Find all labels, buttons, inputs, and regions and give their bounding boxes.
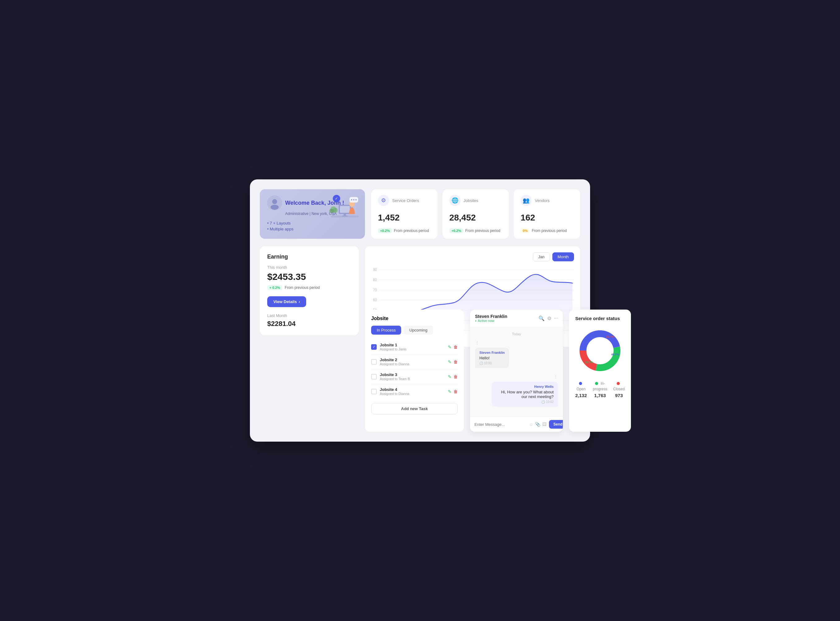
earning-from: From previous period [285, 285, 320, 290]
msg-sender-left: Steven Franklin [479, 351, 505, 354]
bottom-spacer [260, 310, 359, 432]
inprogress-dot [595, 382, 598, 385]
jobsites-icon: 🌐 [450, 195, 460, 206]
stat-cards: ⚙ Service Orders 1,452 +0.2% From previo… [371, 189, 580, 239]
jobsite-item: ✓ Jobsite 1 Assigned to Janis ✎ 🗑 [371, 339, 458, 354]
jobsites-header: 🌐 Jobsites [450, 195, 502, 206]
svg-text:80: 80 [373, 278, 377, 282]
donut-chart: 21.7% 46.7% 31.7% [575, 326, 625, 376]
upcoming-tab[interactable]: Upcoming [404, 326, 433, 335]
jobsite-1-info: Jobsite 1 Assigned to Janis [380, 343, 445, 351]
jan-selector[interactable]: Jan [533, 252, 550, 261]
closed-dot [617, 382, 620, 385]
svg-text:70: 70 [373, 288, 377, 292]
jobsite-2-name: Jobsite 2 [380, 357, 445, 362]
chat-actions: 🔍 ⚙ ··· [539, 315, 558, 321]
search-icon[interactable]: 🔍 [539, 315, 545, 321]
svg-point-15 [353, 199, 354, 200]
edit-icon[interactable]: ✎ [448, 344, 451, 350]
view-details-label: View Details [273, 299, 297, 304]
vendors-value: 162 [521, 213, 574, 223]
jobsite-3-name: Jobsite 3 [380, 373, 445, 377]
jobsites-badge: +0.2% [450, 228, 464, 233]
earning-title: Earning [267, 254, 351, 260]
bullet-apps: Multiple apps [267, 227, 357, 231]
svg-point-1 [272, 199, 277, 204]
chat-user-info: Steven Franklin Active now [475, 314, 507, 323]
jobsites-card: 🌐 Jobsites 28,452 +0.2% From previous pe… [443, 189, 509, 239]
check-icon: ✓ [333, 195, 340, 202]
svg-text:90: 90 [373, 268, 377, 271]
msg-time-left: 🕙 10:00 [479, 362, 505, 365]
donut-legend: Open 2,132 In-progress 1,763 Closed 973 [575, 380, 625, 398]
earning-badge: + 0.2% [267, 285, 282, 290]
month-selector[interactable]: Month [552, 252, 574, 261]
status-title: Service order status [575, 316, 625, 321]
msg-bubble-right: Henry Wells Hi, How are you? What about … [492, 382, 558, 407]
vendors-card: 👥 Vendors 162 0% From previous period [514, 189, 580, 239]
msg-time-right: 🕙 10:02 [496, 400, 554, 404]
delete-icon[interactable]: 🗑 [453, 359, 458, 364]
jobsite-1-name: Jobsite 1 [380, 343, 445, 347]
more-options-icon[interactable]: ⋮ [475, 340, 479, 345]
more-icon[interactable]: ··· [554, 315, 558, 321]
chart-controls: Jan Month [371, 252, 574, 261]
checkbox-1[interactable]: ✓ [371, 344, 377, 350]
jobsite-item: Jobsite 4 Assigned to Dianna ✎ 🗑 [371, 384, 458, 398]
top-section: Welcome Back, John ! Administrative | Ne… [260, 189, 580, 239]
delete-icon[interactable]: 🗑 [453, 389, 458, 394]
svg-point-12 [333, 208, 338, 213]
svg-text:31.7%: 31.7% [585, 360, 593, 364]
chat-card: Steven Franklin Active now 🔍 ⚙ ··· Today… [470, 310, 563, 432]
service-orders-value: 1,452 [378, 213, 431, 223]
emoji-icon[interactable]: ☺ [529, 422, 533, 427]
open-dot [579, 382, 582, 385]
closed-label: Closed [613, 387, 625, 391]
add-task-button[interactable]: Add new Task [371, 403, 458, 414]
chat-date: Today [475, 332, 558, 336]
inprogress-value: 1,763 [592, 393, 608, 398]
delete-icon[interactable]: 🗑 [453, 374, 458, 379]
service-orders-card: ⚙ Service Orders 1,452 +0.2% From previo… [371, 189, 437, 239]
open-value: 2,132 [575, 393, 587, 398]
this-month-value: $2453.35 [267, 271, 351, 282]
this-month-label: This month [267, 265, 351, 270]
checkbox-2[interactable] [371, 359, 377, 365]
jobsites-change: +0.2% From previous period [450, 228, 502, 233]
jobsite-1-assign: Assigned to Janis [380, 347, 445, 351]
checkbox-4[interactable] [371, 389, 377, 394]
avatar [267, 195, 282, 210]
edit-icon[interactable]: ✎ [448, 374, 451, 379]
settings-icon[interactable]: ⚙ [547, 315, 551, 321]
svg-rect-7 [342, 215, 348, 217]
edit-icon[interactable]: ✎ [448, 359, 451, 364]
service-orders-icon: ⚙ [378, 195, 389, 206]
service-orders-badge: +0.2% [378, 228, 392, 233]
more-options-icon[interactable]: ⋮ [554, 374, 558, 379]
chat-input[interactable] [474, 422, 527, 427]
view-details-button[interactable]: View Details › [267, 296, 306, 307]
dashboard: Welcome Back, John ! Administrative | Ne… [250, 179, 590, 442]
service-orders-header: ⚙ Service Orders [378, 195, 431, 206]
svg-point-16 [356, 199, 357, 200]
delete-icon[interactable]: 🗑 [453, 344, 458, 350]
jobsite-list: ✓ Jobsite 1 Assigned to Janis ✎ 🗑 Jobsit… [371, 339, 458, 398]
jobsite-4-assign: Assigned to Dianna [380, 392, 445, 395]
legend-open: Open 2,132 [575, 380, 587, 398]
arrow-right-icon: › [299, 299, 300, 304]
jobsite-item: Jobsite 3 Assigned to Team B ✎ 🗑 [371, 369, 458, 384]
jobsite-2-actions: ✎ 🗑 [448, 359, 458, 364]
chat-input-area: ☺ 📎 🖼 Send › [470, 417, 563, 432]
checkbox-3[interactable] [371, 374, 377, 379]
service-orders-change: +0.2% From previous period [378, 228, 431, 233]
jobsite-item: Jobsite 2 Assigned to Dianna ✎ 🗑 [371, 354, 458, 369]
edit-icon[interactable]: ✎ [448, 389, 451, 394]
image-icon[interactable]: 🖼 [542, 422, 546, 427]
send-button[interactable]: Send › [549, 420, 563, 429]
donut-container: 21.7% 46.7% 31.7% Open 2,132 In-progress… [575, 326, 625, 398]
attachment-icon[interactable]: 📎 [535, 422, 540, 427]
in-process-tab[interactable]: In Process [371, 326, 401, 335]
chat-header: Steven Franklin Active now 🔍 ⚙ ··· [470, 310, 563, 327]
svg-point-14 [351, 199, 352, 200]
bottom-row: Jobsite In Process Upcoming ✓ Jobsite 1 … [260, 310, 580, 432]
